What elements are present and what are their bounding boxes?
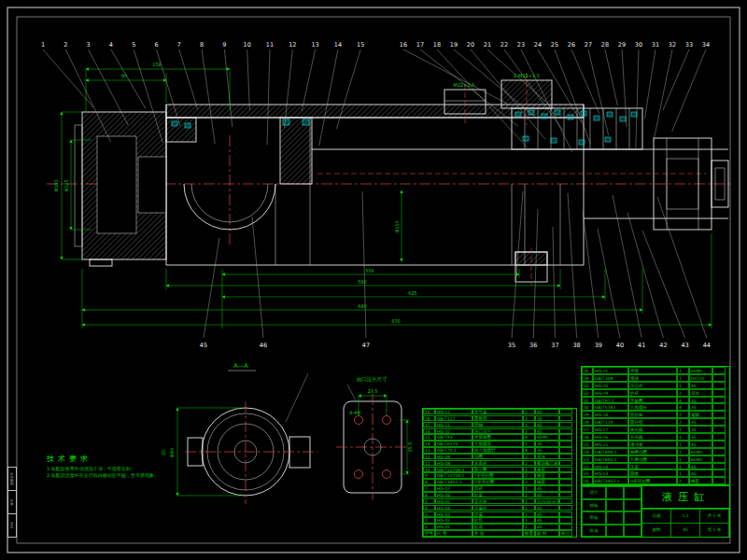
bom-cell: 轴用挡圈 bbox=[628, 448, 677, 455]
page-number: 第 1 张 bbox=[700, 524, 729, 537]
bom-cell: 1 bbox=[523, 505, 535, 511]
bom-cell bbox=[712, 469, 726, 477]
bom-cell: 隔套 bbox=[628, 469, 677, 477]
bom-cell: 缸底 bbox=[472, 524, 523, 529]
parts-list-right: 35HG-21弹簧165Mn34GB/T308钢球1GCr1533HG-20定位… bbox=[581, 366, 730, 485]
part-callout: 35 bbox=[508, 342, 515, 349]
bom-cell: 导向套 bbox=[472, 498, 523, 504]
callout-leader bbox=[403, 49, 509, 105]
bom-cell: 定位环 bbox=[628, 382, 677, 389]
seal-ring bbox=[185, 123, 190, 128]
bom-cell: 2 bbox=[423, 517, 435, 523]
bom-cell: 27 bbox=[582, 426, 593, 433]
bom-cell: 1 bbox=[423, 524, 435, 529]
bom-cell: HG-18 bbox=[593, 411, 628, 418]
callout-leader bbox=[613, 195, 641, 338]
bom-cell: 25 bbox=[582, 441, 593, 448]
bom-cell: 橡胶 bbox=[535, 472, 559, 478]
bom-cell: HG-12 bbox=[435, 409, 472, 414]
bom-cell: 35 bbox=[535, 447, 559, 453]
part-callout: 36 bbox=[529, 342, 537, 349]
bom-cell: HG-16 bbox=[593, 433, 628, 441]
part-callout: 2 bbox=[63, 41, 67, 49]
bom-cell: 14 bbox=[423, 441, 435, 446]
bom-cell: HG-20 bbox=[593, 382, 628, 389]
flange-hole bbox=[355, 416, 363, 425]
dimension-text: 556 bbox=[365, 268, 374, 273]
bom-cell: 21 bbox=[582, 469, 593, 477]
title-block-signatures: 设计 校核 审核 批准 bbox=[582, 486, 642, 537]
bom-cell: HG-17 bbox=[593, 426, 628, 433]
bom-cell: 2 bbox=[523, 409, 535, 414]
bom-cell: 代 号 bbox=[435, 530, 472, 536]
bom-cell: GB/T119 bbox=[593, 418, 628, 426]
bom-cell: 1 bbox=[677, 448, 689, 455]
bom-cell bbox=[559, 415, 572, 421]
bom-cell: 6 bbox=[423, 492, 435, 497]
bom-cell: HG-04 bbox=[435, 505, 472, 511]
bom-cell: 护环 bbox=[628, 389, 677, 397]
bom-cell: 35 bbox=[689, 397, 712, 404]
bom-cell bbox=[559, 460, 572, 466]
bom-cell: 密封垫 bbox=[628, 411, 677, 418]
bom-cell: 尼龙 bbox=[535, 454, 559, 459]
bom-cell: GB/T5782 bbox=[593, 403, 628, 411]
bom-cell: 2 bbox=[523, 428, 535, 434]
bom-cell bbox=[559, 517, 572, 523]
parts-list-left: 19HG-12放气塞24518GB/T117圆锥销23517HG-11销轴145… bbox=[422, 408, 577, 538]
bom-cell: 备注 bbox=[559, 530, 572, 536]
bom-cell: 19 bbox=[423, 409, 435, 414]
bom-cell: 17 bbox=[423, 422, 435, 427]
callout-leader bbox=[202, 49, 215, 144]
border-strip-cell: 底图总号 bbox=[8, 468, 16, 491]
bom-cell: 1 bbox=[523, 524, 535, 529]
part-callout: 39 bbox=[595, 342, 602, 349]
bom-cell: GB/T3452.1 bbox=[593, 477, 628, 484]
bom-cell: 35 bbox=[535, 415, 559, 421]
part-callout: 28 bbox=[601, 41, 609, 49]
bom-cell bbox=[559, 454, 572, 459]
callout-leader bbox=[588, 49, 609, 135]
bom-cell: 活塞 bbox=[472, 511, 523, 517]
callout-leader bbox=[645, 49, 656, 119]
bom-cell bbox=[559, 428, 572, 434]
part-callout: 41 bbox=[638, 342, 645, 349]
part-callout: 22 bbox=[500, 41, 508, 49]
dimension-text: 2-M22×1.5 bbox=[514, 73, 540, 78]
bom-cell: 34 bbox=[582, 374, 593, 382]
flange-hole bbox=[383, 416, 391, 425]
dimension-text: 680 bbox=[358, 303, 367, 309]
bom-cell: 尼龙 bbox=[689, 389, 712, 397]
part-callout: 37 bbox=[551, 342, 558, 349]
bom-cell: HG-06 bbox=[435, 492, 472, 497]
bom-cell: 65Mn bbox=[535, 434, 559, 440]
bom-cell bbox=[559, 447, 572, 453]
scale-label: 比例 bbox=[642, 510, 671, 523]
bom-cell: 挡圈 bbox=[472, 454, 523, 459]
bom-cell: 12 bbox=[423, 454, 435, 459]
bom-cell: 2 bbox=[523, 472, 535, 478]
part-callout: 5 bbox=[132, 41, 135, 49]
bom-cell: 45 bbox=[689, 469, 712, 477]
callout-leader bbox=[553, 227, 555, 338]
bom-cell: 45 bbox=[535, 492, 559, 497]
dimension-text: 580 bbox=[358, 279, 367, 285]
bom-cell: 31 bbox=[582, 397, 593, 404]
callout-leader bbox=[568, 193, 577, 338]
bom-cell: O形密封圈 bbox=[472, 479, 523, 484]
title-block: 设计 校核 审核 批准 液压缸 比例 1:2 共 1 张 材料 45 第 1 张 bbox=[581, 485, 730, 538]
assembly-view bbox=[47, 73, 732, 286]
bom-cell: 节流阀 bbox=[628, 433, 677, 441]
callout-leader bbox=[672, 49, 706, 132]
bom-cell: 35 bbox=[689, 403, 712, 411]
piston-section bbox=[280, 118, 312, 184]
bom-cell: 橡胶 bbox=[535, 467, 559, 472]
part-callout: 46 bbox=[260, 342, 267, 349]
bom-cell: GB/T10708.1 bbox=[435, 472, 472, 478]
bom-cell: 8 bbox=[523, 447, 535, 453]
dimension-text: 4-Φ9 bbox=[349, 410, 360, 415]
part-callout: 47 bbox=[362, 342, 370, 349]
bom-cell: GB/T6170 bbox=[435, 441, 472, 446]
bom-cell: 1 bbox=[677, 455, 689, 463]
bom-cell: GB/T894.1 bbox=[593, 448, 628, 455]
